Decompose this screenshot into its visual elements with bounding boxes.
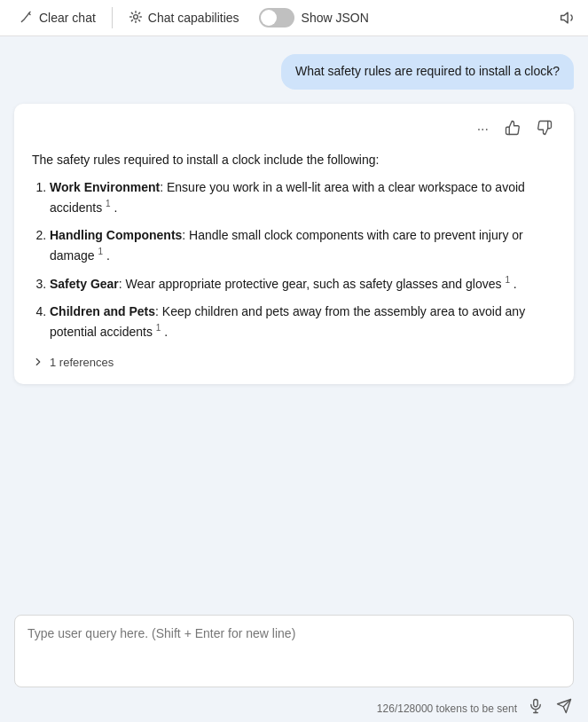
chevron-right-icon	[32, 356, 44, 370]
list-item: Handling Components: Handle small clock …	[50, 226, 556, 265]
gear-icon	[129, 10, 143, 27]
list-item: Safety Gear: Wear appropriate protective…	[50, 273, 556, 294]
svg-point-0	[133, 14, 137, 19]
thumbs-down-button[interactable]	[533, 118, 556, 141]
references-label: 1 references	[50, 356, 114, 369]
show-json-toggle-row: Show JSON	[259, 8, 369, 27]
volume-button[interactable]	[560, 9, 577, 27]
token-info-text: 126/128000 tokens to be sent	[377, 702, 517, 715]
header-bar: Clear chat Chat capabilities Show JSON	[0, 0, 588, 36]
response-intro: The safety rules required to install a c…	[32, 150, 556, 169]
ellipsis-icon: ···	[477, 122, 489, 137]
input-area	[0, 608, 588, 693]
more-options-button[interactable]: ···	[474, 118, 492, 141]
item-3-body: : Wear appropriate protective gear, such…	[119, 277, 502, 291]
user-message-text: What safety rules are required to instal…	[295, 64, 560, 78]
svg-marker-1	[561, 12, 568, 23]
clear-chat-button[interactable]: Clear chat	[11, 6, 105, 30]
show-json-label: Show JSON	[302, 11, 369, 25]
token-row: 126/128000 tokens to be sent	[0, 693, 588, 722]
item-3-title: Safety Gear	[50, 277, 119, 291]
input-box	[14, 615, 574, 687]
references-toggle[interactable]: 1 references	[32, 352, 556, 373]
thumbup-icon	[505, 123, 521, 138]
header-divider	[112, 7, 113, 28]
assistant-message-card: ··· The safety r	[14, 104, 574, 384]
list-item: Work Environment: Ensure you work in a w…	[50, 178, 556, 217]
thumbdown-icon	[537, 123, 553, 138]
item-4-title: Children and Pets	[50, 304, 155, 318]
chat-capabilities-button[interactable]: Chat capabilities	[120, 6, 248, 30]
user-message-bubble: What safety rules are required to instal…	[281, 54, 574, 90]
clear-chat-label: Clear chat	[39, 11, 96, 25]
svg-rect-2	[534, 700, 538, 707]
card-actions: ···	[32, 118, 556, 141]
mic-icon	[528, 698, 544, 718]
send-button[interactable]	[554, 696, 574, 720]
chat-area: What safety rules are required to instal…	[0, 36, 588, 608]
mic-button[interactable]	[526, 696, 545, 720]
list-item: Children and Pets: Keep children and pet…	[50, 302, 556, 341]
response-list: Work Environment: Ensure you work in a w…	[50, 178, 556, 341]
chat-capabilities-label: Chat capabilities	[148, 11, 239, 25]
query-input[interactable]	[27, 626, 561, 672]
send-icon	[556, 698, 572, 718]
broom-icon	[20, 10, 34, 27]
thumbs-up-button[interactable]	[501, 118, 524, 141]
item-2-title: Handling Components	[50, 228, 182, 242]
response-text: The safety rules required to install a c…	[32, 150, 556, 341]
item-1-title: Work Environment	[50, 180, 160, 194]
show-json-toggle[interactable]	[259, 8, 294, 27]
